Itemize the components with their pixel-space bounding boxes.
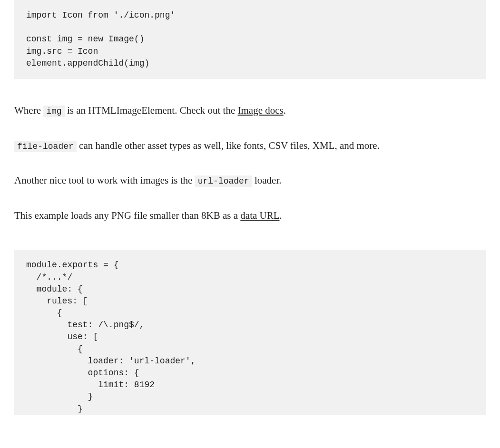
text: can handle other asset types as well, li… — [77, 140, 380, 151]
paragraph-url-loader: Another nice tool to work with images is… — [14, 173, 486, 189]
text: . — [280, 210, 282, 221]
inline-code-file-loader: file-loader — [14, 141, 77, 152]
inline-code-url-loader: url-loader — [195, 175, 252, 187]
inline-code-img: img — [43, 106, 64, 117]
text: is an HTMLImageElement. Check out the — [65, 105, 238, 116]
text: Where — [14, 105, 43, 116]
code-block-import-icon: import Icon from './icon.png' const img … — [14, 0, 486, 79]
link-image-docs[interactable]: Image docs — [238, 105, 284, 116]
code-block-module-exports: module.exports = { /*...*/ module: { rul… — [14, 250, 486, 415]
text: This example loads any PNG file smaller … — [14, 210, 240, 221]
paragraph-img-explanation: Where img is an HTMLImageElement. Check … — [14, 103, 486, 119]
paragraph-data-url: This example loads any PNG file smaller … — [14, 208, 486, 224]
link-data-url[interactable]: data URL — [240, 210, 279, 221]
text: loader. — [252, 175, 282, 186]
text: . — [284, 105, 286, 116]
text: Another nice tool to work with images is… — [14, 175, 195, 186]
paragraph-file-loader: file-loader can handle other asset types… — [14, 138, 486, 154]
